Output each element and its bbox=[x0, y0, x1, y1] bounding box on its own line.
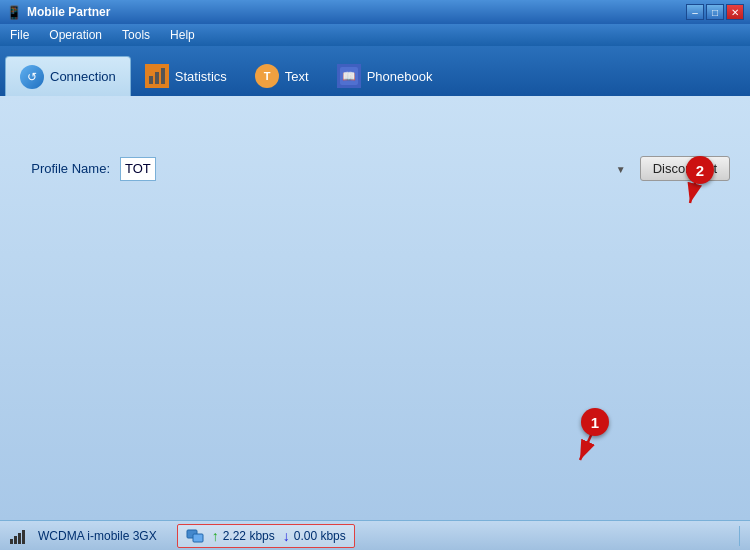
main-content: Profile Name: TOT Disconnect 2 1 bbox=[0, 96, 750, 520]
menu-tools[interactable]: Tools bbox=[118, 26, 154, 44]
menu-bar: File Operation Tools Help bbox=[0, 24, 750, 46]
profile-label: Profile Name: bbox=[20, 161, 110, 176]
title-bar: 📱 Mobile Partner – □ ✕ bbox=[0, 0, 750, 24]
svg-rect-2 bbox=[161, 68, 165, 84]
svg-rect-11 bbox=[10, 539, 13, 544]
signal-indicator bbox=[10, 527, 28, 545]
text-icon: T bbox=[255, 64, 279, 88]
profile-select-wrapper: TOT bbox=[120, 157, 630, 181]
tab-statistics[interactable]: Statistics bbox=[131, 56, 241, 96]
app-title: Mobile Partner bbox=[27, 5, 110, 19]
connection-icon: ↺ bbox=[20, 65, 44, 89]
menu-operation[interactable]: Operation bbox=[45, 26, 106, 44]
tab-connection-label: Connection bbox=[50, 69, 116, 84]
app-icon: 📱 bbox=[6, 5, 22, 20]
svg-rect-0 bbox=[149, 76, 153, 84]
minimize-button[interactable]: – bbox=[686, 4, 704, 20]
annotation-2: 2 bbox=[686, 156, 714, 184]
tab-phonebook[interactable]: 📖 Phonebook bbox=[323, 56, 447, 96]
svg-rect-14 bbox=[22, 530, 25, 544]
tab-bar: ↺ Connection Statistics T Text 📖 Phonebo… bbox=[0, 46, 750, 96]
svg-rect-16 bbox=[193, 534, 203, 542]
connection-status-icon bbox=[186, 527, 204, 545]
download-arrow-icon: ↓ bbox=[283, 528, 290, 544]
statistics-icon bbox=[145, 64, 169, 88]
menu-help[interactable]: Help bbox=[166, 26, 199, 44]
download-speed: ↓ 0.00 kbps bbox=[283, 528, 346, 544]
phonebook-icon: 📖 bbox=[337, 64, 361, 88]
svg-rect-13 bbox=[18, 533, 21, 544]
signal-icon bbox=[10, 527, 28, 545]
tab-statistics-label: Statistics bbox=[175, 69, 227, 84]
profile-row: Profile Name: TOT Disconnect bbox=[20, 156, 730, 181]
svg-rect-12 bbox=[14, 536, 17, 544]
upload-arrow-icon: ↑ bbox=[212, 528, 219, 544]
tab-connection[interactable]: ↺ Connection bbox=[5, 56, 131, 96]
upload-speed-value: 2.22 kbps bbox=[223, 529, 275, 543]
speed-display: ↑ 2.22 kbps ↓ 0.00 kbps bbox=[177, 524, 355, 548]
annotation-1: 1 bbox=[581, 408, 609, 436]
profile-select[interactable]: TOT bbox=[120, 157, 156, 181]
svg-text:📖: 📖 bbox=[342, 69, 356, 83]
svg-rect-1 bbox=[155, 72, 159, 84]
tab-phonebook-label: Phonebook bbox=[367, 69, 433, 84]
network-label: WCDMA i-mobile 3GX bbox=[38, 529, 157, 543]
close-button[interactable]: ✕ bbox=[726, 4, 744, 20]
upload-speed: ↑ 2.22 kbps bbox=[212, 528, 275, 544]
tab-text-label: Text bbox=[285, 69, 309, 84]
download-speed-value: 0.00 kbps bbox=[294, 529, 346, 543]
maximize-button[interactable]: □ bbox=[706, 4, 724, 20]
tab-text[interactable]: T Text bbox=[241, 56, 323, 96]
svg-text:T: T bbox=[263, 70, 270, 82]
status-bar: WCDMA i-mobile 3GX ↑ 2.22 kbps ↓ 0.00 kb… bbox=[0, 520, 750, 550]
menu-file[interactable]: File bbox=[6, 26, 33, 44]
status-divider bbox=[739, 526, 740, 546]
